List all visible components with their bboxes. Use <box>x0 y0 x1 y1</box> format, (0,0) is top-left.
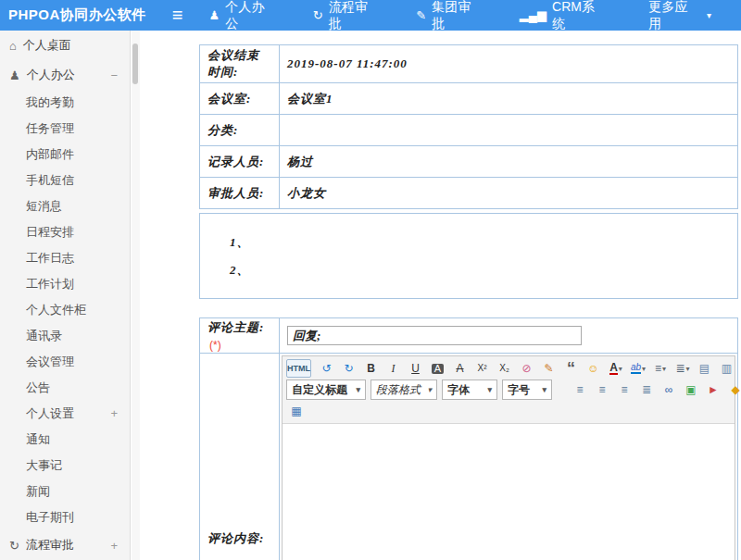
italic-icon[interactable]: I <box>383 359 404 378</box>
sidebar: ⌂ 个人桌面 ♟ 个人办公 − 我的考勤 任务管理 内部邮件 <box>0 31 131 560</box>
paragraph-select[interactable]: 段落格式 ▾ <box>370 380 437 400</box>
ordered-list-icon[interactable]: ≡▾ <box>650 359 671 378</box>
sidebar-item-task-management[interactable]: 任务管理 <box>0 116 130 142</box>
sidebar-item-attendance[interactable]: 我的考勤 <box>0 90 130 116</box>
sidebar-item-contacts[interactable]: 通讯录 <box>0 323 130 349</box>
sidebar-section-label: 流程审批 <box>26 537 74 554</box>
redo-icon[interactable]: ↻ <box>339 359 359 378</box>
remove-format-icon[interactable]: ⊘ <box>517 359 537 378</box>
sidebar-item-schedule[interactable]: 日程安排 <box>0 219 130 245</box>
sidebar-item-announcement[interactable]: 公告 <box>0 375 130 401</box>
strikethrough-icon[interactable]: A <box>450 359 471 378</box>
subscript-icon[interactable]: X₂ <box>495 359 515 378</box>
sidebar-item-label: 个人文件柜 <box>26 297 86 323</box>
sidebar-item-personal-settings[interactable]: 个人设置 + <box>0 401 130 427</box>
format-painter-icon[interactable]: ✎ <box>539 359 559 378</box>
meeting-content-box: 1、 2、 <box>199 213 738 299</box>
sidebar-item-internal-mail[interactable]: 内部邮件 <box>0 142 130 168</box>
content-line: 1、 <box>230 229 737 256</box>
hamburger-menu-icon[interactable]: ≡ <box>172 0 183 31</box>
table-row: 分类: <box>200 115 738 146</box>
comment-subject-row: 评论主题:(*) <box>200 318 738 354</box>
nav-crm-system[interactable]: ▂▄▆ CRM系统 <box>520 0 613 32</box>
align-center-icon[interactable]: ≡ <box>592 380 612 399</box>
caret-down-icon: ▾ <box>427 385 432 394</box>
sidebar-item-label: 大事记 <box>26 453 62 479</box>
comment-form-table: 评论主题:(*) 评论内容: HTML <box>199 317 738 560</box>
heading-select[interactable]: 自定义标题 ▾ <box>286 380 366 400</box>
comment-subject-label: 评论主题: <box>207 320 264 334</box>
expand-icon: + <box>110 401 118 427</box>
superscript-icon[interactable]: X² <box>472 359 493 378</box>
align-right-icon[interactable]: ≡ <box>614 380 634 399</box>
font-bg-icon[interactable]: A <box>428 359 448 378</box>
table-row: 审批人员: 小龙女 <box>200 178 738 209</box>
sidebar-item-notification[interactable]: 通知 <box>0 427 130 453</box>
bold-icon[interactable]: B <box>361 359 382 378</box>
sidebar-item-news[interactable]: 新闻 <box>0 479 130 504</box>
nav-personal-office[interactable]: ♟ 个人办公 <box>208 0 283 32</box>
collapse-icon: − <box>110 68 118 82</box>
quote-icon[interactable]: “ <box>561 359 582 378</box>
emoticons-icon[interactable]: ☺ <box>584 359 604 378</box>
underline-icon[interactable]: U <box>406 359 426 378</box>
scrollbar-thumb[interactable] <box>132 44 138 84</box>
sidebar-item-label: 日程安排 <box>26 219 74 245</box>
comment-subject-input[interactable] <box>287 326 582 345</box>
detail-label: 分类: <box>200 115 280 146</box>
sidebar-item-meeting-management[interactable]: 会议管理 <box>0 349 130 375</box>
caret-down-icon: ▾ <box>707 10 711 20</box>
highlight-icon[interactable]: ab▾ <box>628 359 648 378</box>
sidebar-item-work-log[interactable]: 工作日志 <box>0 245 130 271</box>
detail-value: 杨过 <box>280 146 738 178</box>
align-left-icon[interactable]: ≡ <box>570 380 590 399</box>
table-row: 记录人员: 杨过 <box>200 146 738 178</box>
nav-item-icon: ▂▄▆ <box>520 8 546 22</box>
sidebar-item-short-message[interactable]: 短消息 <box>0 193 130 219</box>
sidebar-item-label: 工作计划 <box>26 271 74 297</box>
sidebar-item-e-journal[interactable]: 电子期刊 <box>0 504 130 530</box>
sidebar-item-label: 工作日志 <box>26 245 74 271</box>
page-break-icon[interactable]: ▤ <box>695 359 715 378</box>
nav-group-approval[interactable]: ✎ 集团审批 <box>416 0 490 32</box>
sidebar-item-label: 新闻 <box>26 479 50 504</box>
sidebar-item-mobile-sms[interactable]: 手机短信 <box>0 168 130 193</box>
caret-down-icon: ▾ <box>487 385 492 394</box>
sidebar-section-workflow-approval[interactable]: ↻ 流程审批 + <box>0 530 130 560</box>
app-window: PHPOA协同办公软件 ≡ ♟ 个人办公 ↻ 流程审批 ✎ 集团审批 <box>0 0 741 560</box>
undo-icon[interactable]: ↺ <box>317 359 337 378</box>
sidebar-item-memorabilia[interactable]: 大事记 <box>0 453 130 479</box>
table-row: 会议结束时间: 2019-08-07 11:47:00 <box>200 45 738 83</box>
font-select[interactable]: 字体 ▾ <box>442 380 497 400</box>
table-icon[interactable]: ▦ <box>286 402 307 420</box>
nav-workflow-approval[interactable]: ↻ 流程审批 <box>313 0 387 32</box>
nav-item-icon: ✎ <box>416 8 426 22</box>
align-justify-icon[interactable]: ≣ <box>636 380 657 399</box>
unordered-list-icon[interactable]: ≣▾ <box>672 359 693 378</box>
sidebar-item-work-plan[interactable]: 工作计划 <box>0 271 130 297</box>
sidebar-section-personal-office[interactable]: ♟ 个人办公 − <box>0 60 130 90</box>
topbar: PHPOA协同办公软件 ≡ ♟ 个人办公 ↻ 流程审批 ✎ 集团审批 <box>0 0 741 31</box>
image-icon[interactable]: ▣ <box>681 380 701 399</box>
flash-icon[interactable]: ◆ <box>725 380 741 399</box>
nav-item-label: CRM系统 <box>552 0 606 32</box>
font-color-icon[interactable]: A▾ <box>606 359 626 378</box>
media-icon[interactable]: ► <box>703 380 723 399</box>
comment-content-label: 评论内容: <box>200 354 280 560</box>
comment-editor-cell: HTML ↺ ↻ <box>280 354 738 560</box>
nav-more-apps[interactable]: 更多应用 ▾ <box>643 0 711 32</box>
sidebar-item-file-cabinet[interactable]: 个人文件柜 <box>0 297 130 323</box>
required-mark: (*) <box>209 339 221 352</box>
detail-label: 会议室: <box>200 83 280 115</box>
sidebar-section-label: 个人桌面 <box>23 37 71 54</box>
html-source-button[interactable]: HTML <box>286 359 311 378</box>
detail-label: 记录人员: <box>200 146 280 178</box>
editor-content-area[interactable] <box>283 424 735 560</box>
sidebar-section-personal-desktop[interactable]: ⌂ 个人桌面 <box>0 31 130 60</box>
size-select[interactable]: 字号 ▾ <box>502 380 552 400</box>
comment-content-row: 评论内容: HTML ↺ <box>200 354 738 560</box>
sidebar-item-label: 短消息 <box>26 193 62 219</box>
app-logo: PHPOA协同办公软件 <box>0 6 172 24</box>
link-icon[interactable]: ∞ <box>659 380 679 399</box>
print-icon[interactable]: ▥ <box>717 359 737 378</box>
